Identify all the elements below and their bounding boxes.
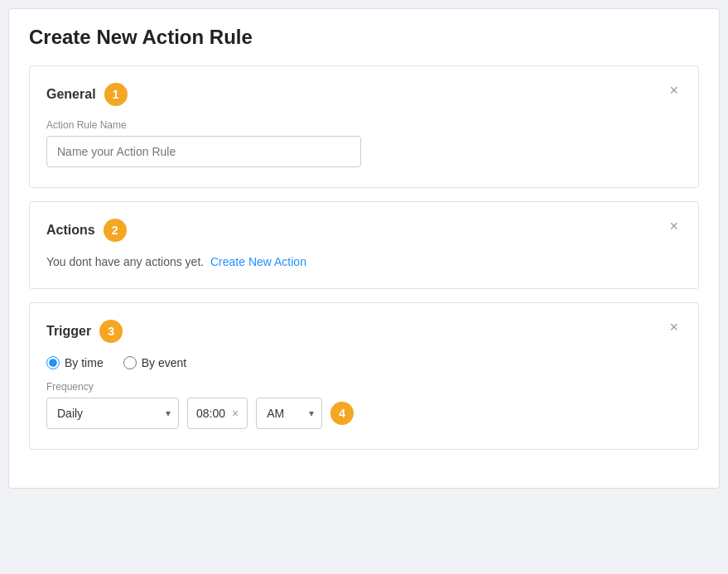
- time-clear-button[interactable]: ×: [232, 408, 239, 419]
- frequency-row: Daily Weekly Monthly ▾ 08:00 × AM PM ▾: [46, 398, 682, 429]
- general-section-header: General 1: [46, 83, 682, 106]
- general-close-button[interactable]: ×: [664, 81, 683, 99]
- frequency-select-wrapper: Daily Weekly Monthly ▾: [46, 398, 179, 429]
- ampm-select-wrapper: AM PM ▾: [256, 398, 322, 429]
- trigger-section-header: Trigger 3: [46, 320, 682, 343]
- radio-by-time-input[interactable]: [46, 356, 60, 369]
- time-value: 08:00: [196, 407, 225, 420]
- radio-by-event-label: By event: [142, 356, 186, 369]
- trigger-section: Trigger 3 × By time By event Frequency D…: [29, 302, 699, 450]
- trigger-radio-group: By time By event: [46, 356, 682, 369]
- action-rule-name-input[interactable]: [46, 136, 361, 167]
- actions-close-button[interactable]: ×: [664, 217, 683, 235]
- action-rule-name-label: Action Rule Name: [46, 119, 682, 131]
- trigger-section-title: Trigger: [46, 324, 91, 339]
- radio-by-time-label: By time: [65, 356, 104, 369]
- actions-section: Actions 2 × You dont have any actions ye…: [29, 201, 699, 289]
- frequency-label: Frequency: [46, 381, 682, 393]
- frequency-column: Frequency Daily Weekly Monthly ▾ 08:00 ×: [46, 381, 682, 429]
- radio-by-time[interactable]: By time: [46, 356, 104, 369]
- page-container: Create New Action Rule General 1 × Actio…: [8, 8, 720, 489]
- trigger-step-badge: 3: [99, 320, 123, 343]
- general-section: General 1 × Action Rule Name: [29, 65, 699, 188]
- general-step-badge: 1: [104, 83, 128, 106]
- actions-section-title: Actions: [46, 223, 95, 238]
- general-section-title: General: [46, 87, 96, 102]
- radio-by-event[interactable]: By event: [123, 356, 186, 369]
- create-new-action-link[interactable]: Create New Action: [210, 255, 306, 268]
- ampm-select[interactable]: AM PM: [256, 398, 322, 429]
- trigger-close-button[interactable]: ×: [664, 318, 683, 336]
- radio-by-event-input[interactable]: [123, 356, 137, 369]
- actions-step-badge: 2: [104, 219, 127, 242]
- frequency-select[interactable]: Daily Weekly Monthly: [46, 398, 179, 429]
- time-input-wrapper: 08:00 ×: [187, 398, 248, 429]
- actions-section-header: Actions 2: [46, 219, 682, 242]
- step4-badge: 4: [330, 402, 354, 425]
- page-title: Create New Action Rule: [29, 26, 699, 49]
- no-actions-text: You dont have any actions yet. Create Ne…: [46, 255, 682, 268]
